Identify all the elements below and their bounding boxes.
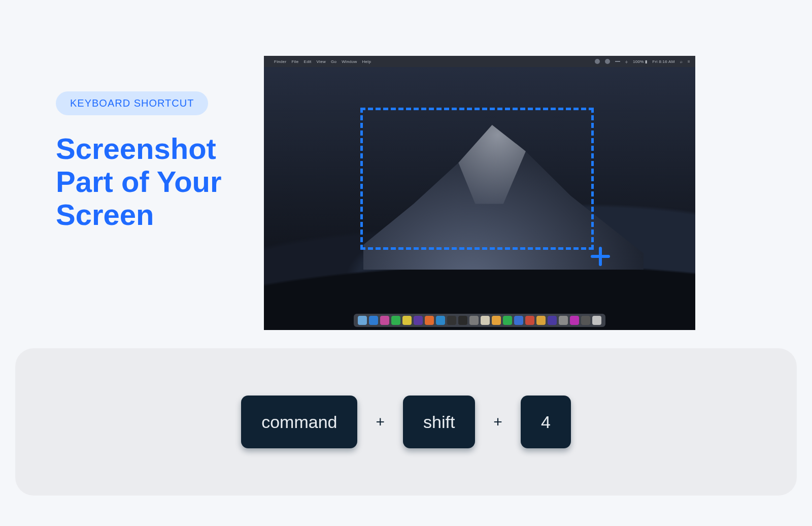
- dock-app-icon: [581, 316, 590, 325]
- menubar-wifi-icon: ⏚: [625, 59, 628, 64]
- keyboard-shortcut-badge: KEYBOARD SHORTCUT: [56, 91, 208, 115]
- dock-app-icon: [548, 316, 557, 325]
- menubar-item: Finder: [274, 59, 286, 64]
- menubar-item: Help: [362, 59, 371, 64]
- dock-app-icon: [469, 316, 479, 325]
- dock-app-icon: [559, 316, 568, 325]
- menubar-status-icon: [615, 61, 620, 62]
- dock-app-icon: [436, 316, 445, 325]
- screenshot-selection-rect: [360, 108, 594, 250]
- menubar-item: View: [317, 59, 326, 64]
- key-separator: +: [493, 413, 502, 431]
- menubar-item: Edit: [304, 59, 312, 64]
- menubar-search-icon: ⌕: [680, 59, 683, 64]
- key-4: 4: [521, 396, 571, 448]
- dock-app-icon: [503, 316, 512, 325]
- dock-app-icon: [425, 316, 434, 325]
- menubar-clock: Fri 8:16 AM: [653, 59, 675, 64]
- dock-app-icon: [369, 316, 378, 325]
- mac-menubar: FinderFileEditViewGoWindowHelp ⏚ 100% ▮ …: [264, 56, 695, 67]
- dock-app-icon: [481, 316, 490, 325]
- dock-app-icon: [380, 316, 389, 325]
- mac-desktop-screenshot: FinderFileEditViewGoWindowHelp ⏚ 100% ▮ …: [264, 56, 695, 330]
- dock-app-icon: [536, 316, 546, 325]
- menubar-notifications-icon: ≡: [688, 59, 690, 64]
- key-shift: shift: [403, 396, 475, 448]
- menubar-status-icon: [595, 59, 600, 64]
- dock-app-icon: [570, 316, 579, 325]
- menubar-battery-label: 100% ▮: [633, 59, 647, 64]
- shortcut-bar: command + shift + 4: [15, 348, 797, 496]
- dock-app-icon: [447, 316, 456, 325]
- dock-app-icon: [391, 316, 400, 325]
- dock-app-icon: [514, 316, 523, 325]
- dock-app-icon: [592, 316, 601, 325]
- dock-app-icon: [458, 316, 467, 325]
- menubar-item: Go: [331, 59, 336, 64]
- menubar-status-icon: [605, 59, 610, 64]
- dock-app-icon: [492, 316, 501, 325]
- crosshair-cursor-icon: [589, 245, 611, 267]
- dock-app-icon: [414, 316, 423, 325]
- dock-app-icon: [358, 316, 367, 325]
- key-separator: +: [376, 413, 385, 431]
- mac-dock: [354, 314, 605, 327]
- menubar-item: File: [291, 59, 298, 64]
- page-title: Screenshot Part of Your Screen: [56, 133, 264, 232]
- dock-app-icon: [402, 316, 412, 325]
- menubar-item: Window: [342, 59, 357, 64]
- key-command: command: [241, 396, 357, 448]
- dock-app-icon: [525, 316, 534, 325]
